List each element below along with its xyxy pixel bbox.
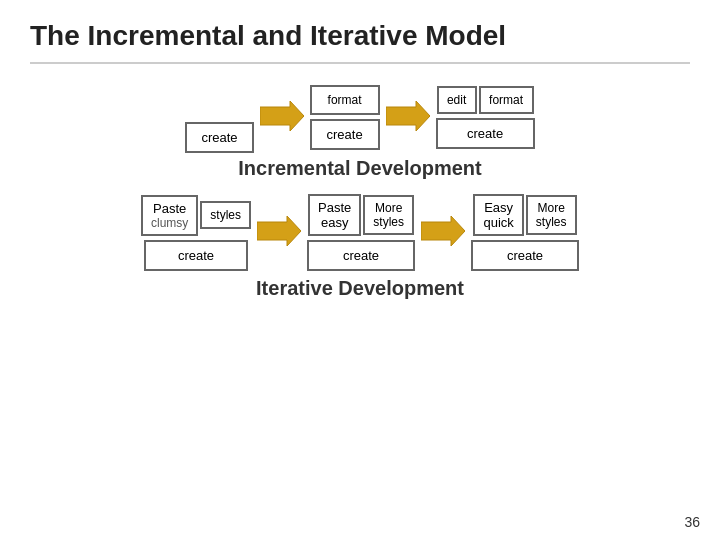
- iter-arrow-2: [421, 216, 465, 250]
- svg-marker-0: [260, 101, 304, 131]
- more-styles-box-2: More styles: [526, 195, 577, 235]
- page-title: The Incremental and Iterative Model: [30, 20, 690, 52]
- paste-easy-box: Paste easy: [308, 194, 361, 236]
- svg-marker-3: [421, 216, 465, 246]
- inc-arrow-2: [386, 101, 430, 135]
- incremental-label: Incremental Development: [30, 157, 690, 180]
- incremental-diagram: create format create: [185, 82, 534, 153]
- iter-group-3: Easy quick More styles create: [471, 194, 579, 271]
- iter-create-2: create: [307, 240, 415, 271]
- easy-quick-box: Easy quick: [473, 194, 523, 236]
- inc-create-1: create: [185, 122, 253, 153]
- iter-top-2: Paste easy More styles: [308, 194, 414, 236]
- iter-arrow-svg-1: [257, 216, 301, 246]
- iter-arrow-svg-2: [421, 216, 465, 246]
- inc-format-box-2: format: [479, 86, 534, 114]
- inc-arrow-svg-2: [386, 101, 430, 131]
- paste-clumsy-box: Paste clumsy: [141, 195, 198, 236]
- inc-edit-box: edit: [437, 86, 477, 114]
- iter-group-1: Paste clumsy styles create: [141, 195, 251, 271]
- svg-marker-2: [257, 216, 301, 246]
- iter-create-1: create: [144, 240, 248, 271]
- inc-block-3: edit format create: [436, 86, 535, 149]
- iter-create-3: create: [471, 240, 579, 271]
- iter-arrow-1: [257, 216, 301, 250]
- iterative-diagram: Paste clumsy styles create Paste: [30, 194, 690, 271]
- inc-arrow-svg-1: [260, 101, 304, 131]
- inc-block-1: create: [185, 82, 253, 153]
- inc-create-3: create: [436, 118, 535, 149]
- iter-top-1: Paste clumsy styles: [141, 195, 251, 236]
- iter-group-2: Paste easy More styles create: [307, 194, 415, 271]
- page-number: 36: [684, 514, 700, 530]
- inc-arrow-1: [260, 101, 304, 135]
- more-styles-box-1: More styles: [363, 195, 414, 235]
- page: The Incremental and Iterative Model crea…: [0, 0, 720, 540]
- divider: [30, 62, 690, 64]
- inc-create-2: create: [310, 119, 380, 150]
- inc-format-box: format: [310, 85, 380, 115]
- iter-top-3: Easy quick More styles: [473, 194, 576, 236]
- styles-box: styles: [200, 201, 251, 229]
- inc-block-2: format create: [310, 85, 380, 150]
- svg-marker-1: [386, 101, 430, 131]
- iterative-label: Iterative Development: [30, 277, 690, 300]
